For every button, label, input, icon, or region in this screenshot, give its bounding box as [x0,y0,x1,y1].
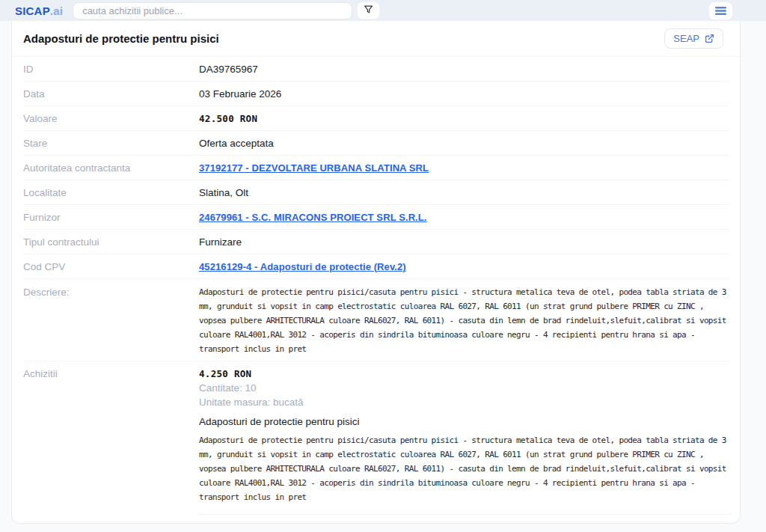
funnel-icon [364,4,373,16]
logo-text-primary: SICAP [15,4,50,17]
field-value: Oferta acceptata [199,138,274,149]
field-row-autoritate: Autoritatea contractanta 37192177 - DEZV… [23,156,729,180]
item-title: Adaposturi de protectie pentru pisici [199,416,732,427]
field-label: Furnizor [23,212,199,223]
field-row-furnizor: Furnizor 24679961 - S.C. MIRACONS PROIEC… [23,205,729,230]
item-unit: Unitate masura: bucată [199,395,732,409]
logo-text-suffix: .ai [50,4,63,17]
item-price: 4.250 RON [199,368,732,379]
field-row-tip-contract: Tipul contractului Furnizare [23,230,729,254]
detail-card: Adaposturi de protectie pentru pisici SE… [11,21,741,524]
field-label: Achizitii [23,368,199,379]
filter-button[interactable] [357,1,380,19]
external-link-icon [705,34,714,43]
description-text: Adaposturi de protectie pentru pisici/ca… [199,285,729,356]
menu-button[interactable] [708,1,733,20]
field-label: Valoare [23,113,199,124]
field-label: Data [23,88,199,100]
field-label: Stare [23,138,199,149]
field-label: Localitate [23,187,199,198]
field-value: DA39765967 [199,64,258,75]
page-title: Adaposturi de protectie pentru pisici [23,32,219,45]
field-label: Tipul contractului [23,236,199,248]
achizitie-item: 4.250 RON Cantitate: 10 Unitate masura: … [199,368,732,522]
field-value: 03 Februarie 2026 [199,88,281,100]
field-row-cod-cpv: Cod CPV 45216129-4 - Adaposturi de prote… [23,254,729,279]
search-bar [73,2,352,19]
achizitii-row: Achizitii 4.250 RON Cantitate: 10 Unitat… [23,361,729,522]
item-quantity: Cantitate: 10 [199,381,732,395]
field-label: Descriere: [23,285,199,298]
field-value: Furnizare [199,236,242,248]
field-value: Slatina, Olt [199,187,248,198]
search-input[interactable] [73,2,352,19]
field-row-id: ID DA39765967 [23,57,729,82]
top-bar: SICAP.ai [0,0,766,21]
field-row-stare: Stare Oferta acceptata [23,131,729,156]
app-logo[interactable]: SICAP.ai [15,4,63,17]
item-description: Adaposturi de protectie pentru pisici/ca… [199,433,732,504]
field-label: ID [23,64,199,75]
field-row-localitate: Localitate Slatina, Olt [23,180,729,205]
field-row-descriere: Descriere: Adaposturi de protectie pentr… [23,279,729,361]
title-row: Adaposturi de protectie pentru pisici SE… [12,21,740,57]
field-label: Cod CPV [23,261,199,272]
hamburger-icon [715,6,726,16]
seap-button-label: SEAP [673,33,699,44]
cpv-code-link[interactable]: 45216129-4 - Adaposturi de protectie (Re… [199,261,406,272]
field-label: Autoritatea contractanta [23,162,199,174]
supplier-link[interactable]: 24679961 - S.C. MIRACONS PROIECT SRL S.R… [199,212,427,223]
field-value-amount: 42.500 RON [199,113,257,124]
seap-button[interactable]: SEAP [664,28,723,49]
field-row-valoare: Valoare 42.500 RON [23,106,729,131]
field-row-data: Data 03 Februarie 2026 [23,82,729,106]
contracting-authority-link[interactable]: 37192177 - DEZVOLTARE URBANA SLATINA SRL [199,162,429,174]
